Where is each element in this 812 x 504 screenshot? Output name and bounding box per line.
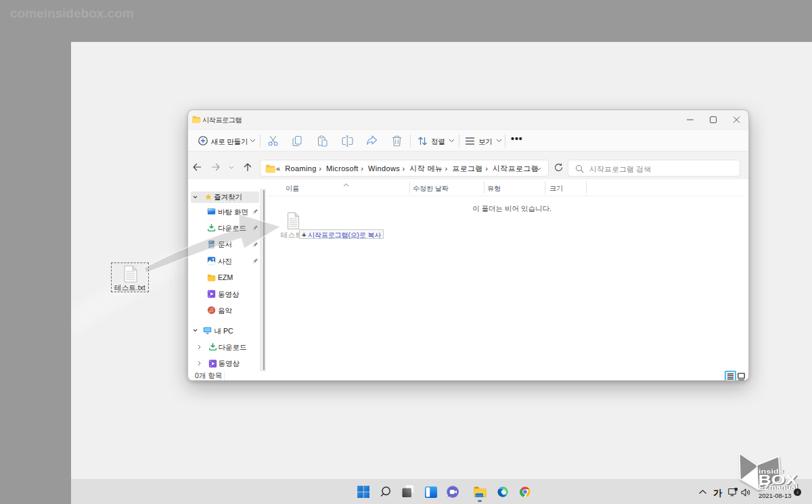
svg-text:EZmanual: EZmanual [759, 483, 798, 491]
